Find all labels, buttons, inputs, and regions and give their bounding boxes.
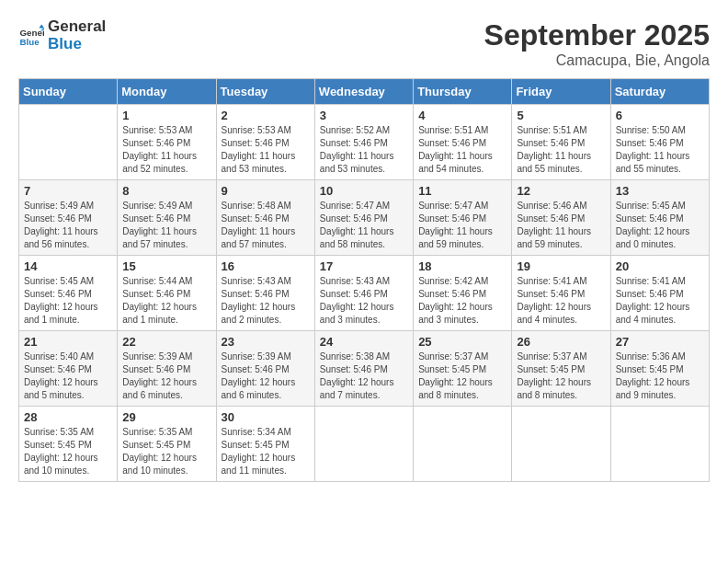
day-number: 14 — [24, 259, 112, 273]
calendar-week-row: 7 Sunrise: 5:49 AMSunset: 5:46 PMDayligh… — [19, 180, 710, 256]
calendar-cell: 21 Sunrise: 5:40 AMSunset: 5:46 PMDaylig… — [19, 331, 118, 407]
calendar-cell: 27 Sunrise: 5:36 AMSunset: 5:45 PMDaylig… — [610, 331, 709, 407]
calendar-cell — [610, 407, 709, 482]
calendar-cell: 13 Sunrise: 5:45 AMSunset: 5:46 PMDaylig… — [610, 180, 709, 256]
day-number: 12 — [517, 184, 605, 198]
day-number: 15 — [122, 259, 210, 273]
calendar-week-row: 14 Sunrise: 5:45 AMSunset: 5:46 PMDaylig… — [19, 256, 710, 331]
calendar-cell — [414, 407, 512, 482]
calendar-cell: 1 Sunrise: 5:53 AMSunset: 5:46 PMDayligh… — [118, 105, 216, 180]
day-number: 29 — [122, 410, 210, 424]
weekday-header: Wednesday — [314, 79, 413, 105]
day-number: 1 — [122, 109, 210, 122]
calendar-cell: 5 Sunrise: 5:51 AMSunset: 5:46 PMDayligh… — [512, 105, 610, 180]
day-info: Sunrise: 5:49 AMSunset: 5:46 PMDaylight:… — [122, 200, 210, 251]
day-number: 9 — [222, 184, 310, 198]
location-title: Camacupa, Bie, Angola — [484, 52, 710, 69]
page-header: General Blue General Blue September 2025… — [18, 18, 710, 69]
weekday-header: Friday — [512, 79, 610, 105]
day-number: 26 — [517, 335, 605, 349]
calendar-body: 1 Sunrise: 5:53 AMSunset: 5:46 PMDayligh… — [19, 105, 710, 482]
calendar-cell: 15 Sunrise: 5:44 AMSunset: 5:46 PMDaylig… — [118, 256, 216, 331]
day-info: Sunrise: 5:37 AMSunset: 5:45 PMDaylight:… — [517, 350, 605, 402]
day-number: 11 — [418, 184, 506, 198]
day-number: 24 — [320, 335, 408, 349]
day-info: Sunrise: 5:47 AMSunset: 5:46 PMDaylight:… — [320, 200, 408, 251]
day-info: Sunrise: 5:51 AMSunset: 5:46 PMDaylight:… — [517, 124, 605, 176]
day-info: Sunrise: 5:51 AMSunset: 5:46 PMDaylight:… — [418, 124, 506, 176]
calendar-cell: 18 Sunrise: 5:42 AMSunset: 5:46 PMDaylig… — [414, 256, 512, 331]
calendar-cell: 28 Sunrise: 5:35 AMSunset: 5:45 PMDaylig… — [19, 407, 118, 482]
calendar-cell: 14 Sunrise: 5:45 AMSunset: 5:46 PMDaylig… — [19, 256, 118, 331]
day-info: Sunrise: 5:53 AMSunset: 5:46 PMDaylight:… — [222, 124, 310, 176]
calendar-cell: 23 Sunrise: 5:39 AMSunset: 5:46 PMDaylig… — [216, 331, 314, 407]
day-info: Sunrise: 5:50 AMSunset: 5:46 PMDaylight:… — [616, 124, 704, 176]
calendar-cell: 3 Sunrise: 5:52 AMSunset: 5:46 PMDayligh… — [314, 105, 413, 180]
day-number: 2 — [222, 109, 310, 122]
day-info: Sunrise: 5:43 AMSunset: 5:46 PMDaylight:… — [222, 275, 310, 327]
logo-line1: General — [48, 18, 106, 36]
day-number: 13 — [616, 184, 704, 198]
day-number: 21 — [24, 335, 112, 349]
day-number: 17 — [320, 259, 408, 273]
day-number: 3 — [320, 109, 408, 122]
calendar-week-row: 28 Sunrise: 5:35 AMSunset: 5:45 PMDaylig… — [19, 407, 710, 482]
day-number: 18 — [418, 259, 506, 273]
day-info: Sunrise: 5:37 AMSunset: 5:45 PMDaylight:… — [418, 350, 506, 402]
calendar-cell: 22 Sunrise: 5:39 AMSunset: 5:46 PMDaylig… — [118, 331, 216, 407]
day-info: Sunrise: 5:35 AMSunset: 5:45 PMDaylight:… — [122, 426, 210, 477]
logo: General Blue General Blue — [18, 18, 106, 52]
calendar-cell: 6 Sunrise: 5:50 AMSunset: 5:46 PMDayligh… — [610, 105, 709, 180]
calendar-cell: 8 Sunrise: 5:49 AMSunset: 5:46 PMDayligh… — [118, 180, 216, 256]
logo-line2: Blue — [48, 36, 106, 53]
calendar-cell: 7 Sunrise: 5:49 AMSunset: 5:46 PMDayligh… — [19, 180, 118, 256]
day-number: 27 — [616, 335, 704, 349]
calendar-cell: 4 Sunrise: 5:51 AMSunset: 5:46 PMDayligh… — [414, 105, 512, 180]
day-number: 16 — [222, 259, 310, 273]
day-info: Sunrise: 5:38 AMSunset: 5:46 PMDaylight:… — [320, 350, 408, 402]
day-info: Sunrise: 5:46 AMSunset: 5:46 PMDaylight:… — [517, 200, 605, 251]
day-info: Sunrise: 5:48 AMSunset: 5:46 PMDaylight:… — [222, 200, 310, 251]
day-info: Sunrise: 5:44 AMSunset: 5:46 PMDaylight:… — [122, 275, 210, 327]
day-info: Sunrise: 5:41 AMSunset: 5:46 PMDaylight:… — [616, 275, 704, 327]
calendar-cell: 16 Sunrise: 5:43 AMSunset: 5:46 PMDaylig… — [216, 256, 314, 331]
calendar-cell: 12 Sunrise: 5:46 AMSunset: 5:46 PMDaylig… — [512, 180, 610, 256]
calendar-table: SundayMondayTuesdayWednesdayThursdayFrid… — [18, 78, 710, 482]
day-number: 23 — [222, 335, 310, 349]
calendar-cell: 9 Sunrise: 5:48 AMSunset: 5:46 PMDayligh… — [216, 180, 314, 256]
day-info: Sunrise: 5:49 AMSunset: 5:46 PMDaylight:… — [24, 200, 112, 251]
day-number: 25 — [418, 335, 506, 349]
calendar-cell: 24 Sunrise: 5:38 AMSunset: 5:46 PMDaylig… — [314, 331, 413, 407]
calendar-cell: 2 Sunrise: 5:53 AMSunset: 5:46 PMDayligh… — [216, 105, 314, 180]
calendar-week-row: 1 Sunrise: 5:53 AMSunset: 5:46 PMDayligh… — [19, 105, 710, 180]
calendar-cell: 17 Sunrise: 5:43 AMSunset: 5:46 PMDaylig… — [314, 256, 413, 331]
day-number: 5 — [517, 109, 605, 122]
day-info: Sunrise: 5:53 AMSunset: 5:46 PMDaylight:… — [122, 124, 210, 176]
day-info: Sunrise: 5:34 AMSunset: 5:45 PMDaylight:… — [222, 426, 310, 477]
calendar-cell — [314, 407, 413, 482]
calendar-cell: 25 Sunrise: 5:37 AMSunset: 5:45 PMDaylig… — [414, 331, 512, 407]
day-info: Sunrise: 5:42 AMSunset: 5:46 PMDaylight:… — [418, 275, 506, 327]
calendar-cell: 10 Sunrise: 5:47 AMSunset: 5:46 PMDaylig… — [314, 180, 413, 256]
svg-text:Blue: Blue — [19, 36, 40, 46]
day-info: Sunrise: 5:36 AMSunset: 5:45 PMDaylight:… — [616, 350, 704, 402]
day-number: 19 — [517, 259, 605, 273]
day-info: Sunrise: 5:39 AMSunset: 5:46 PMDaylight:… — [222, 350, 310, 402]
day-number: 30 — [222, 410, 310, 424]
day-info: Sunrise: 5:35 AMSunset: 5:45 PMDaylight:… — [24, 426, 112, 477]
day-info: Sunrise: 5:47 AMSunset: 5:46 PMDaylight:… — [418, 200, 506, 251]
day-info: Sunrise: 5:41 AMSunset: 5:46 PMDaylight:… — [517, 275, 605, 327]
day-number: 8 — [122, 184, 210, 198]
day-info: Sunrise: 5:43 AMSunset: 5:46 PMDaylight:… — [320, 275, 408, 327]
day-info: Sunrise: 5:39 AMSunset: 5:46 PMDaylight:… — [122, 350, 210, 402]
calendar-cell: 30 Sunrise: 5:34 AMSunset: 5:45 PMDaylig… — [216, 407, 314, 482]
day-info: Sunrise: 5:52 AMSunset: 5:46 PMDaylight:… — [320, 124, 408, 176]
calendar-cell — [512, 407, 610, 482]
day-number: 10 — [320, 184, 408, 198]
day-number: 7 — [24, 184, 112, 198]
day-number: 4 — [418, 109, 506, 122]
title-block: September 2025 Camacupa, Bie, Angola — [484, 18, 710, 69]
calendar-cell: 11 Sunrise: 5:47 AMSunset: 5:46 PMDaylig… — [414, 180, 512, 256]
day-info: Sunrise: 5:45 AMSunset: 5:46 PMDaylight:… — [24, 275, 112, 327]
weekday-header: Sunday — [19, 79, 118, 105]
